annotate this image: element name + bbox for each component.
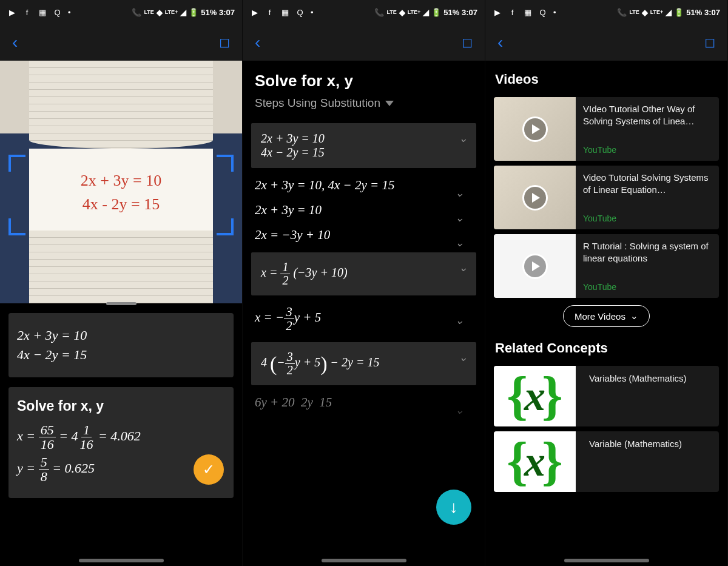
battery-time: 51% 3:07 [201, 8, 235, 17]
battery-time: 51% 3:07 [443, 8, 477, 17]
solve-title: Solve for x, y [17, 398, 225, 414]
chevron-down-icon: ⌄ [455, 314, 464, 327]
play-icon [522, 185, 548, 211]
crop-handle-bl[interactable] [8, 218, 25, 235]
sheet-handle[interactable] [106, 302, 136, 305]
play-icon [522, 254, 548, 279]
chevron-down-icon: ⌄ [630, 311, 638, 322]
step-card[interactable]: ⌄ 4 (−32y + 5) − 2y = 15 [251, 342, 476, 385]
bookmark-button[interactable]: ◻ [704, 35, 715, 50]
bookmark-button[interactable]: ◻ [219, 35, 230, 50]
quora-icon: Q [295, 8, 305, 17]
chevron-down-icon: ⌄ [459, 132, 468, 145]
chevron-down-icon: ⌄ [455, 236, 464, 249]
concept-title: Variables (Mathematics) [583, 366, 719, 426]
calendar-icon: ▦ [38, 8, 47, 17]
nav-bar: ‹ ◻ [243, 24, 485, 61]
battery-icon: 🔋 [674, 8, 684, 17]
youtube-icon: ▶ [7, 8, 16, 17]
wifi-icon: ◆ [399, 8, 405, 17]
step-card[interactable]: ⌄ x = 12 (−3y + 10) [251, 252, 476, 295]
panel-steps: ▶ f ▦ Q • 📞 LTE ◆ LTE+ ◢ 🔋 51% 3:07 ‹ ◻ … [243, 0, 485, 566]
nav-bar: ‹ ◻ [485, 24, 727, 61]
back-button[interactable]: ‹ [497, 33, 503, 52]
lte-label: LTE [144, 9, 153, 15]
more-videos-label: More Videos [575, 311, 625, 322]
call-icon: 📞 [617, 8, 627, 17]
concept-item[interactable]: {x} Variable (Mathematics) [494, 431, 719, 492]
call-icon: 📞 [132, 8, 141, 17]
step-row[interactable]: ⌄ 2x = −3y + 10 [255, 227, 473, 243]
handwritten-equations: 2x + 3y = 10 4x - 2y = 15 [29, 149, 213, 231]
crop-handle-tr[interactable] [217, 155, 234, 172]
back-button[interactable]: ‹ [255, 33, 260, 52]
chevron-down-icon: ⌄ [459, 351, 468, 364]
chevron-down-icon: ⌄ [455, 186, 464, 200]
crop-handle-br[interactable] [217, 218, 234, 235]
parsed-eq: 2x + 3y = 10 [17, 328, 225, 343]
solution-card[interactable]: Solve for x, y x = 6516 = 4116 = 4.062 y… [8, 387, 234, 498]
wifi-icon: ◆ [642, 8, 648, 17]
signal-icon: ◢ [180, 8, 186, 17]
step-row[interactable]: ⌄ 6y + 20 2y 15 [255, 395, 473, 410]
lte-plus-label: LTE+ [650, 9, 664, 15]
video-title: Video Tutorial Solving Systems of Linear… [583, 172, 713, 197]
chevron-down-icon [385, 101, 394, 106]
bookmark-button[interactable]: ◻ [462, 35, 473, 50]
lte-plus-label: LTE+ [408, 9, 421, 15]
youtube-icon: ▶ [493, 8, 502, 17]
video-thumbnail [494, 166, 576, 229]
crop-handle-tl[interactable] [8, 155, 25, 172]
quora-icon: Q [53, 8, 62, 17]
lte-plus-label: LTE+ [165, 9, 178, 15]
page-title: Solve for x, y [243, 61, 485, 94]
home-indicator[interactable] [564, 559, 649, 562]
method-dropdown[interactable]: Steps Using Substitution [243, 94, 485, 118]
video-thumbnail [494, 234, 576, 298]
concepts-heading: Related Concepts [485, 329, 727, 361]
calendar-icon: ▦ [280, 8, 289, 17]
play-icon [522, 116, 548, 142]
handwriting-line: 2x + 3y = 10 [81, 169, 161, 192]
concept-thumbnail: {x} [494, 366, 576, 426]
battery-icon: 🔋 [189, 8, 198, 17]
parsed-equations-card[interactable]: 2x + 3y = 10 4x − 2y = 15 [8, 313, 234, 377]
scroll-down-fab[interactable]: ↓ [436, 490, 471, 525]
dot-icon: • [311, 8, 314, 17]
battery-icon: 🔋 [431, 8, 441, 17]
signal-icon: ◢ [666, 8, 672, 17]
wifi-icon: ◆ [157, 8, 163, 17]
video-title: R Tutorial : Solving a system of linear … [583, 240, 713, 265]
chevron-down-icon: ⌄ [455, 403, 464, 417]
concept-item[interactable]: {x} Variables (Mathematics) [494, 366, 719, 426]
back-button[interactable]: ‹ [12, 33, 18, 52]
concept-thumbnail: {x} [494, 431, 576, 492]
facebook-icon: f [265, 8, 274, 17]
status-bar: ▶ f ▦ Q • 📞 LTE ◆ LTE+ ◢ 🔋 51% 3:07 [485, 0, 727, 24]
video-item[interactable]: VIdeo Tutorial Other Way of Solving Syst… [494, 97, 719, 161]
home-indicator[interactable] [322, 559, 406, 562]
video-title: VIdeo Tutorial Other Way of Solving Syst… [583, 103, 713, 128]
step-row[interactable]: ⌄ 2x + 3y = 10 [255, 203, 473, 218]
lte-label: LTE [629, 9, 639, 15]
step-card[interactable]: ⌄ 2x + 3y = 10 4x − 2y = 15 [251, 123, 476, 168]
solution-x: x = 6516 = 4116 = 4.062 [17, 423, 225, 451]
dot-icon: • [553, 8, 556, 17]
video-source: YouTube [583, 282, 713, 292]
facebook-icon: f [508, 8, 517, 17]
status-bar: ▶ f ▦ Q • 📞 LTE ◆ LTE+ ◢ 🔋 51% 3:07 [0, 0, 242, 24]
concept-title: Variable (Mathematics) [583, 431, 719, 492]
more-videos-button[interactable]: More Videos ⌄ [563, 305, 650, 327]
lte-label: LTE [386, 9, 396, 15]
panel-resources: ▶ f ▦ Q • 📞 LTE ◆ LTE+ ◢ 🔋 51% 3:07 ‹ ◻ … [485, 0, 728, 566]
video-item[interactable]: Video Tutorial Solving Systems of Linear… [494, 166, 719, 229]
quora-icon: Q [538, 8, 547, 17]
video-thumbnail [494, 97, 576, 161]
status-bar: ▶ f ▦ Q • 📞 LTE ◆ LTE+ ◢ 🔋 51% 3:07 [243, 0, 485, 24]
video-source: YouTube [583, 145, 713, 155]
video-item[interactable]: R Tutorial : Solving a system of linear … [494, 234, 719, 298]
step-row[interactable]: ⌄ 2x + 3y = 10, 4x − 2y = 15 [255, 178, 473, 193]
nav-bar: ‹ ◻ [0, 24, 242, 61]
step-row[interactable]: ⌄ x = −32y + 5 [255, 305, 473, 332]
home-indicator[interactable] [79, 559, 164, 562]
